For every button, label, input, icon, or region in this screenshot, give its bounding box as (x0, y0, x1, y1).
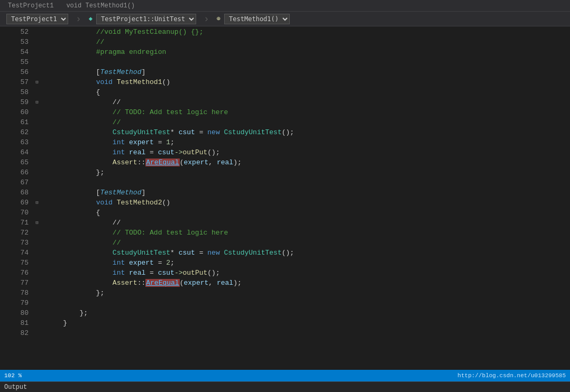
code-line: #pragma endregion (47, 47, 570, 57)
project-nav[interactable]: TestProject1 (0, 12, 75, 26)
fold-button (34, 268, 40, 278)
class-dropdown[interactable]: TestProject1::UnitTest (96, 14, 196, 24)
line-number: 69 (0, 198, 29, 208)
code-line (47, 298, 570, 308)
class-nav[interactable]: ◆ TestProject1::UnitTest (82, 12, 203, 26)
line-number: 79 (0, 298, 29, 308)
url-label: http://blog.csdn.net/u013299585 (457, 372, 566, 379)
fold-button[interactable]: ⊟ (34, 77, 40, 87)
line-number: 67 (0, 178, 29, 188)
code-line: [TestMethod] (47, 67, 570, 77)
code-line: { (47, 87, 570, 97)
fold-button (34, 318, 40, 328)
line-number: 76 (0, 268, 29, 278)
tab2-label: void TestMethod1() (66, 2, 135, 10)
fold-button (34, 137, 40, 147)
line-number: 65 (0, 157, 29, 167)
code-line: // (47, 238, 570, 248)
fold-button[interactable]: ⊟ (34, 198, 40, 208)
fold-button (34, 67, 40, 77)
code-line (47, 178, 570, 188)
fold-button (34, 107, 40, 117)
fold-button (34, 47, 40, 57)
code-line (47, 57, 570, 67)
line-number: 55 (0, 57, 29, 67)
line-number: 56 (0, 67, 29, 77)
fold-button (34, 248, 40, 258)
code-line: void TestMethod1() (47, 77, 570, 87)
line-number: 77 (0, 278, 29, 288)
fold-button (34, 188, 40, 198)
fold-button (34, 117, 40, 127)
nav-sep-1: › (75, 14, 82, 24)
code-line: }; (47, 308, 570, 318)
fold-button (34, 308, 40, 318)
zoom-level: 102 % (4, 372, 22, 379)
method-dropdown[interactable]: TestMethod1() (224, 14, 290, 24)
class-icon: ◆ (89, 15, 93, 23)
line-number: 64 (0, 147, 29, 157)
status-bar: 102 % http://blog.csdn.net/u013299585 (0, 370, 570, 381)
code-line: int real = csut->outPut(); (47, 147, 570, 157)
method-icon: ⊕ (217, 15, 220, 23)
fold-button (34, 298, 40, 308)
line-number: 58 (0, 87, 29, 97)
method-nav[interactable]: ⊕ TestMethod1() (210, 12, 296, 26)
tab1-label: TestProject1 (8, 2, 53, 10)
output-bar: Output (0, 381, 570, 392)
code-line: } (47, 318, 570, 328)
line-numbers: 5253545556575859606162636465666768697071… (0, 26, 33, 370)
code-line: // TODO: Add test logic here (47, 228, 570, 238)
fold-button (34, 157, 40, 167)
line-number: 57 (0, 77, 29, 87)
fold-column: ⊟⊟⊟⊟ (33, 26, 42, 370)
code-line: // (47, 37, 570, 47)
code-line: void TestMethod2() (47, 198, 570, 208)
line-number: 52 (0, 27, 29, 37)
fold-button (34, 278, 40, 288)
navigation-bar: TestProject1 › ◆ TestProject1::UnitTest … (0, 12, 570, 26)
fold-button (34, 57, 40, 67)
code-line: //void MyTestCleanup() {}; (47, 27, 570, 37)
tab-testproject1[interactable]: TestProject1 (2, 1, 59, 11)
tab-testmethod1[interactable]: void TestMethod1() (60, 1, 141, 11)
fold-button[interactable]: ⊟ (34, 97, 40, 107)
line-number: 70 (0, 208, 29, 218)
fold-button[interactable]: ⊟ (34, 218, 40, 228)
line-number: 72 (0, 228, 29, 238)
code-line: // TODO: Add test logic here (47, 107, 570, 117)
line-number: 68 (0, 188, 29, 198)
fold-button (34, 208, 40, 218)
fold-button (34, 27, 40, 37)
fold-button (34, 328, 40, 338)
code-line: // (47, 97, 570, 107)
code-area[interactable]: //void MyTestCleanup() {}; // #pragma en… (42, 26, 570, 370)
line-number: 82 (0, 328, 29, 338)
code-line: { (47, 208, 570, 218)
fold-button (34, 288, 40, 298)
code-line: }; (47, 288, 570, 298)
fold-button (34, 127, 40, 137)
line-number: 61 (0, 117, 29, 127)
line-number: 81 (0, 318, 29, 328)
project-dropdown[interactable]: TestProject1 (6, 14, 68, 24)
code-line: // (47, 117, 570, 127)
fold-button (34, 258, 40, 268)
code-line: CstudyUnitTest* csut = new CstudyUnitTes… (47, 248, 570, 258)
fold-button (34, 167, 40, 178)
line-number: 66 (0, 167, 29, 178)
code-line: Assert::AreEqual(expert, real); (47, 157, 570, 167)
fold-button (34, 228, 40, 238)
code-line: // (47, 218, 570, 228)
output-label: Output (4, 384, 27, 391)
editor-container: 5253545556575859606162636465666768697071… (0, 26, 570, 370)
fold-button (34, 147, 40, 157)
line-number: 73 (0, 238, 29, 248)
fold-button (34, 238, 40, 248)
line-number: 74 (0, 248, 29, 258)
nav-sep-2: › (203, 14, 210, 24)
code-line (47, 328, 570, 338)
line-number: 75 (0, 258, 29, 268)
code-line: int expert = 1; (47, 137, 570, 147)
line-number: 63 (0, 137, 29, 147)
